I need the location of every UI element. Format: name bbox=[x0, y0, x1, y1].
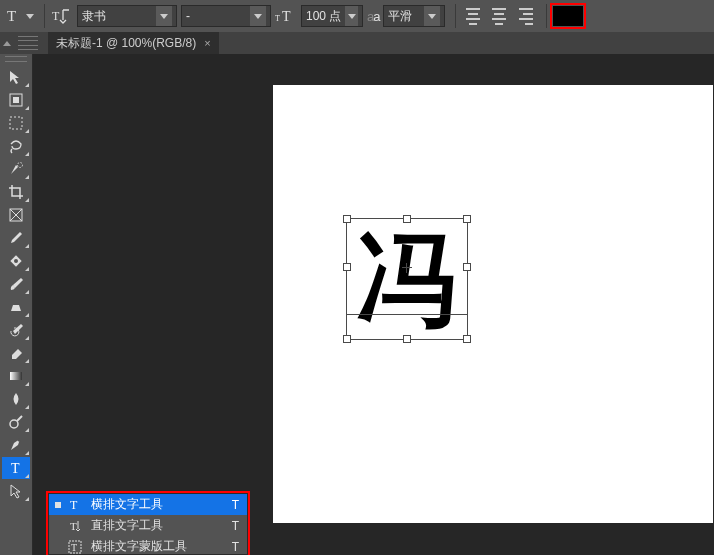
type-tool-icon: T bbox=[67, 540, 83, 554]
transform-handle[interactable] bbox=[343, 335, 351, 343]
flyout-item-shortcut: T bbox=[232, 519, 239, 533]
quick-selection-tool[interactable] bbox=[2, 158, 30, 180]
dropdown-arrow-icon bbox=[250, 6, 266, 26]
dropdown-arrow-icon bbox=[345, 6, 358, 26]
svg-text:T: T bbox=[275, 14, 280, 23]
frame-tool[interactable] bbox=[2, 204, 30, 226]
align-center-button[interactable] bbox=[488, 5, 510, 27]
svg-text:T: T bbox=[70, 498, 78, 512]
type-tool[interactable]: T bbox=[2, 457, 30, 479]
transform-handle[interactable] bbox=[343, 215, 351, 223]
dodge-tool[interactable] bbox=[2, 411, 30, 433]
clone-stamp-tool[interactable] bbox=[2, 296, 30, 318]
dropdown-arrow-icon bbox=[424, 6, 440, 26]
crop-tool[interactable] bbox=[2, 181, 30, 203]
expand-dock-icon[interactable] bbox=[0, 32, 14, 54]
toolbox-grip-icon[interactable] bbox=[5, 56, 27, 62]
transform-center-icon[interactable] bbox=[402, 263, 412, 273]
text-orientation-toggle[interactable]: T bbox=[51, 5, 73, 27]
svg-text:T: T bbox=[71, 542, 77, 553]
text-options-bar: T T 隶书 - T T 100 点 aa 平滑 bbox=[0, 0, 714, 32]
font-size-icon[interactable]: T T bbox=[275, 4, 297, 28]
svg-point-12 bbox=[14, 259, 18, 263]
font-style-dropdown[interactable]: - bbox=[181, 5, 271, 27]
svg-rect-5 bbox=[13, 97, 19, 103]
document-tab[interactable]: 未标题-1 @ 100%(RGB/8) × bbox=[48, 32, 219, 54]
font-family-dropdown[interactable]: 隶书 bbox=[77, 5, 177, 27]
transform-handle[interactable] bbox=[343, 263, 351, 271]
transform-handle[interactable] bbox=[463, 335, 471, 343]
transform-bounding-box[interactable] bbox=[346, 218, 468, 340]
font-size-value: 100 bbox=[306, 9, 326, 23]
flyout-item-shortcut: T bbox=[232, 498, 239, 512]
svg-text:T: T bbox=[52, 9, 60, 23]
svg-text:T: T bbox=[70, 520, 77, 532]
history-brush-tool[interactable] bbox=[2, 319, 30, 341]
path-selection-tool[interactable] bbox=[2, 480, 30, 502]
svg-point-7 bbox=[18, 163, 23, 168]
pen-tool[interactable] bbox=[2, 434, 30, 456]
type-tool-flyout: T横排文字工具TT直排文字工具TT横排文字蒙版工具T bbox=[48, 493, 248, 555]
document-tab-title: 未标题-1 @ 100%(RGB/8) bbox=[56, 35, 196, 52]
transform-handle[interactable] bbox=[403, 335, 411, 343]
type-flyout-item[interactable]: T直排文字工具T bbox=[49, 515, 247, 536]
align-left-button[interactable] bbox=[462, 5, 484, 27]
toolbox: T bbox=[0, 54, 33, 555]
tab-grip-icon[interactable] bbox=[18, 36, 38, 50]
divider bbox=[546, 4, 547, 28]
move-tool[interactable] bbox=[2, 66, 30, 88]
antialias-dropdown[interactable]: 平滑 bbox=[383, 5, 445, 27]
svg-text:T: T bbox=[7, 8, 16, 24]
blur-tool[interactable] bbox=[2, 388, 30, 410]
type-flyout-item[interactable]: T横排文字蒙版工具T bbox=[49, 536, 247, 555]
text-color-swatch[interactable] bbox=[553, 6, 583, 26]
flyout-item-label: 直排文字工具 bbox=[91, 517, 163, 534]
antialias-value: 平滑 bbox=[388, 8, 420, 25]
transform-handle[interactable] bbox=[403, 215, 411, 223]
document-tab-strip: 未标题-1 @ 100%(RGB/8) × bbox=[0, 32, 714, 54]
antialias-icon[interactable]: aa bbox=[367, 4, 379, 28]
transform-handle[interactable] bbox=[463, 263, 471, 271]
svg-rect-6 bbox=[10, 117, 22, 129]
svg-text:T: T bbox=[282, 9, 291, 24]
text-baseline-box bbox=[347, 219, 467, 315]
spot-healing-tool[interactable] bbox=[2, 250, 30, 272]
artboard-tool[interactable] bbox=[2, 89, 30, 111]
font-family-value: 隶书 bbox=[82, 8, 152, 25]
divider bbox=[44, 4, 45, 28]
svg-rect-13 bbox=[10, 372, 22, 380]
transform-handle[interactable] bbox=[463, 215, 471, 223]
tool-preset-type-icon[interactable]: T bbox=[4, 4, 22, 28]
flyout-item-label: 横排文字工具 bbox=[91, 496, 163, 513]
type-tool-icon: T bbox=[67, 498, 83, 512]
gradient-tool[interactable] bbox=[2, 365, 30, 387]
svg-point-14 bbox=[10, 420, 18, 428]
brush-tool[interactable] bbox=[2, 273, 30, 295]
svg-line-15 bbox=[17, 416, 22, 421]
eraser-tool[interactable] bbox=[2, 342, 30, 364]
divider bbox=[455, 4, 456, 28]
align-right-button[interactable] bbox=[514, 5, 536, 27]
dropdown-arrow-icon bbox=[156, 6, 172, 26]
font-style-value: - bbox=[186, 9, 246, 23]
eyedropper-tool[interactable] bbox=[2, 227, 30, 249]
font-size-unit: 点 bbox=[329, 8, 341, 25]
selected-dot-icon bbox=[55, 502, 61, 508]
tool-preset-picker[interactable] bbox=[26, 4, 34, 28]
flyout-item-shortcut: T bbox=[232, 540, 239, 554]
lasso-tool[interactable] bbox=[2, 135, 30, 157]
work-area: 冯 T横排文字工具TT直排文字工具TT横排文字蒙版工具T bbox=[33, 54, 714, 555]
close-tab-icon[interactable]: × bbox=[204, 37, 210, 49]
document-canvas[interactable]: 冯 bbox=[273, 85, 713, 523]
font-size-field[interactable]: 100 点 bbox=[301, 5, 363, 27]
marquee-tool[interactable] bbox=[2, 112, 30, 134]
type-tool-icon: T bbox=[67, 519, 83, 533]
svg-point-16 bbox=[18, 439, 21, 442]
svg-text:T: T bbox=[11, 461, 20, 476]
flyout-item-label: 横排文字蒙版工具 bbox=[91, 538, 187, 555]
type-flyout-item[interactable]: T横排文字工具T bbox=[49, 494, 247, 515]
